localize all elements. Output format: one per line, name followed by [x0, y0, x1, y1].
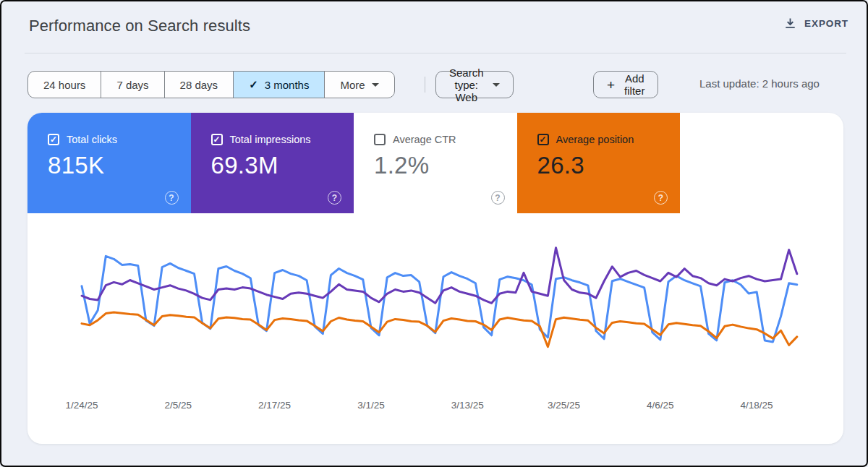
date-range-label: More	[340, 79, 365, 91]
metric-label: Average CTR	[393, 134, 456, 145]
checkbox-checked-icon[interactable]: ✓	[537, 134, 549, 145]
metric-value: 815K	[48, 152, 191, 179]
x-axis-tick-label: 1/24/25	[65, 400, 98, 411]
metric-value: 26.3	[537, 152, 681, 179]
date-range-more[interactable]: More	[324, 72, 393, 98]
filter-divider	[425, 77, 425, 93]
header-divider	[25, 53, 846, 53]
help-icon[interactable]: ?	[328, 191, 341, 205]
page-title: Performance on Search results	[29, 17, 250, 35]
metric-label: Average position	[556, 134, 634, 145]
metric-label: Total impressions	[230, 134, 311, 145]
date-range-28-days[interactable]: 28 days	[164, 72, 234, 98]
performance-card: ✓ Total clicks 815K ? ✓ Total impression…	[27, 113, 843, 444]
date-range-label: 24 hours	[43, 79, 85, 91]
check-icon: ✓	[249, 78, 258, 91]
add-filter-label: Add filter	[624, 72, 644, 97]
help-icon[interactable]: ?	[491, 191, 505, 205]
add-filter-button[interactable]: + Add filter	[593, 71, 658, 98]
metric-value: 1.2%	[374, 152, 517, 179]
checkbox-checked-icon[interactable]: ✓	[211, 134, 223, 145]
date-range-24-hours[interactable]: 24 hours	[28, 72, 101, 98]
x-axis-tick-label: 4/6/25	[647, 400, 674, 411]
x-axis-tick-label: 2/17/25	[258, 400, 291, 411]
date-range-3-months[interactable]: ✓ 3 months	[233, 72, 324, 98]
performance-line-chart[interactable]: 1/24/252/5/252/17/253/1/253/13/253/25/25…	[27, 213, 843, 444]
help-icon[interactable]: ?	[654, 191, 668, 205]
export-label: EXPORT	[804, 18, 848, 29]
search-type-dropdown[interactable]: Search type: Web	[435, 71, 514, 98]
date-range-label: 3 months	[265, 79, 310, 91]
x-axis-tick-label: 3/1/25	[357, 400, 385, 411]
filter-bar: 24 hours 7 days 28 days ✓ 3 months More …	[27, 71, 395, 98]
download-icon	[784, 17, 796, 30]
search-type-label: Search type: Web	[449, 67, 484, 103]
metric-tile-total-impressions[interactable]: ✓ Total impressions 69.3M ?	[191, 113, 354, 213]
metric-tile-average-ctr[interactable]: Average CTR 1.2% ?	[354, 113, 517, 213]
chevron-down-icon	[493, 83, 500, 87]
checkbox-unchecked-icon[interactable]	[374, 134, 386, 145]
x-axis-tick-label: 4/18/25	[741, 400, 773, 411]
x-axis-tick-label: 2/5/25	[165, 400, 192, 411]
date-range-selector: 24 hours 7 days 28 days ✓ 3 months More	[27, 71, 395, 98]
plus-icon: +	[607, 78, 615, 92]
metric-label: Total clicks	[67, 134, 117, 145]
export-button[interactable]: EXPORT	[784, 17, 848, 30]
date-range-7-days[interactable]: 7 days	[101, 72, 163, 98]
metric-value: 69.3M	[211, 152, 354, 179]
date-range-label: 28 days	[180, 79, 218, 91]
last-update-text: Last update: 2 hours ago	[699, 77, 851, 90]
help-icon[interactable]: ?	[165, 191, 179, 205]
metric-tile-total-clicks[interactable]: ✓ Total clicks 815K ?	[27, 113, 191, 213]
impressions-line[interactable]	[82, 248, 797, 304]
position-line[interactable]	[82, 312, 797, 347]
metric-tiles: ✓ Total clicks 815K ? ✓ Total impression…	[27, 113, 843, 213]
date-range-label: 7 days	[116, 79, 148, 91]
chevron-down-icon	[372, 83, 379, 87]
checkbox-checked-icon[interactable]: ✓	[48, 134, 59, 145]
x-axis-tick-label: 3/25/25	[548, 400, 580, 411]
x-axis-tick-label: 3/13/25	[451, 400, 484, 411]
metric-tile-average-position[interactable]: ✓ Average position 26.3 ?	[517, 113, 681, 213]
app-window: Performance on Search results EXPORT 24 …	[0, 0, 868, 467]
clicks-line[interactable]	[82, 256, 797, 342]
